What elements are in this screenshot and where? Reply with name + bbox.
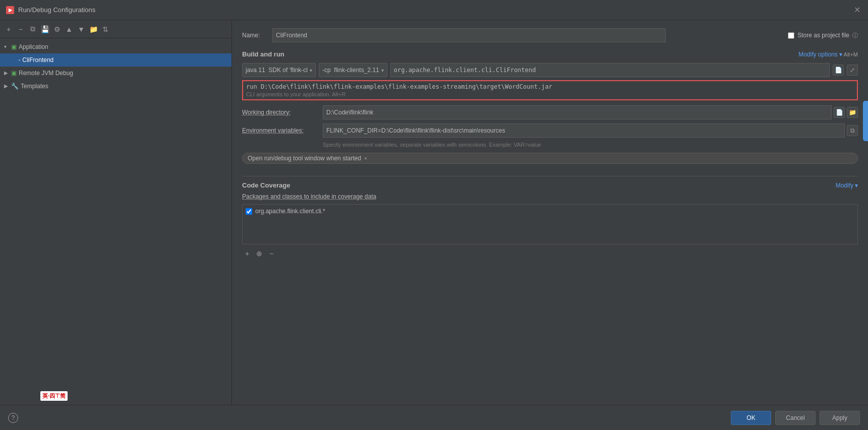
right-panel: Name: Store as project file ⓘ Build and … — [232, 20, 868, 405]
application-label: Application — [19, 43, 48, 50]
working-dir-folder-button[interactable]: 📁 — [847, 107, 858, 118]
dialog-title: Run/Debug Configurations — [18, 6, 854, 14]
program-args-hint: CLI arguments to your application. Alt+R — [246, 91, 854, 97]
coverage-item: org.apache.flink.client.cli.* — [246, 208, 854, 215]
config-tree: ▾ ▣ Application ▪ CliFrontend ▶ ▣ Remote… — [0, 38, 232, 405]
application-group-icon: ▣ — [11, 43, 17, 50]
tree-item-application[interactable]: ▾ ▣ Application — [0, 40, 232, 53]
remotejvm-label: Remote JVM Debug — [19, 70, 73, 77]
bottom-buttons: OK Cancel Apply — [731, 411, 860, 425]
divider — [242, 176, 858, 176]
main-class-expand-button[interactable]: ⤢ — [847, 65, 858, 76]
help-button[interactable]: ? — [8, 413, 18, 423]
dialog-body: + − ⧉ 💾 ⚙ ▲ ▼ 📁 ⇅ ▾ ▣ Application — [0, 20, 868, 405]
cp-dropdown[interactable]: -cp flink-clients_2.11 ▾ — [319, 63, 387, 77]
coverage-modify-arrow: ▾ — [855, 182, 858, 189]
expand-icon: ▾ — [4, 44, 10, 50]
folder-button[interactable]: 📁 — [88, 24, 99, 35]
program-args-input[interactable] — [246, 83, 854, 90]
open-debug-tag-label: Open run/debug tool window when started — [248, 155, 361, 162]
env-vars-hint: Specify environment variables, separate … — [323, 142, 858, 148]
spacer-icon — [11, 57, 17, 63]
coverage-modify-label: Modify — [836, 182, 853, 189]
program-args-box: CLI arguments to your application. Alt+R — [242, 80, 858, 100]
copy-config-button[interactable]: ⧉ — [27, 24, 38, 35]
title-bar: ▶ Run/Debug Configurations ✕ — [0, 0, 868, 20]
open-debug-tag-close[interactable]: × — [364, 155, 367, 161]
working-dir-file-button[interactable]: 📄 — [834, 107, 845, 118]
working-dir-label: Working directory: — [242, 109, 323, 116]
main-class-input[interactable] — [390, 63, 830, 77]
coverage-modify-button[interactable]: Modify ▾ — [836, 182, 858, 189]
coverage-item-checkbox[interactable] — [246, 208, 252, 215]
add-config-button[interactable]: + — [3, 24, 14, 35]
code-coverage-title: Code Coverage — [242, 181, 290, 189]
coverage-add-nested-button[interactable]: ⊕ — [254, 249, 264, 259]
sdk-label: java 11 SDK of 'flink-cl — [246, 67, 308, 74]
modify-options-label: Modify options — [798, 51, 837, 58]
coverage-remove-button[interactable]: − — [266, 249, 276, 259]
tree-item-clifrontend[interactable]: ▪ CliFrontend — [0, 53, 232, 67]
build-run-header: Build and run Modify options ▾ Alt+M — [242, 50, 858, 58]
tree-item-remotejvm[interactable]: ▶ ▣ Remote JVM Debug — [0, 67, 232, 80]
sdk-dropdown-arrow: ▾ — [310, 68, 312, 73]
modify-options-shortcut: Alt+M — [844, 51, 858, 57]
open-debug-tag: Open run/debug tool window when started … — [242, 153, 858, 164]
remotejvm-icon: ▣ — [11, 70, 17, 77]
cp-label: -cp flink-clients_2.11 — [322, 67, 379, 74]
expand-templates-icon: ▶ — [4, 83, 10, 89]
env-vars-wrap: ⧉ — [323, 124, 858, 138]
clifrontend-label: CliFrontend — [22, 56, 53, 64]
working-dir-row: Working directory: 📄 📁 — [242, 105, 858, 119]
code-coverage-header: Code Coverage Modify ▾ — [242, 181, 858, 189]
chevron-down-icon: ▾ — [839, 51, 842, 58]
working-dir-input[interactable] — [323, 105, 832, 119]
close-icon[interactable]: ✕ — [854, 6, 862, 14]
move-down-button[interactable]: ▼ — [76, 24, 87, 35]
sdk-dropdown[interactable]: java 11 SDK of 'flink-cl ▾ — [242, 63, 316, 77]
left-panel: + − ⧉ 💾 ⚙ ▲ ▼ 📁 ⇅ ▾ ▣ Application — [0, 20, 232, 405]
coverage-item-label: org.apache.flink.client.cli.* — [255, 208, 325, 215]
templates-icon: 🔧 — [11, 83, 19, 90]
name-row: Name: Store as project file ⓘ — [242, 28, 858, 42]
env-vars-input[interactable] — [323, 124, 845, 138]
apply-button[interactable]: Apply — [820, 411, 860, 425]
working-dir-wrap: 📄 📁 — [323, 105, 858, 119]
info-icon: ⓘ — [852, 32, 858, 39]
store-project-label: Store as project file — [797, 32, 849, 39]
coverage-toolbar: + ⊕ − — [242, 249, 858, 259]
env-vars-label: Environment variables: — [242, 127, 323, 134]
modify-options-button[interactable]: Modify options ▾ Alt+M — [798, 51, 858, 58]
expand-remote-icon: ▶ — [4, 70, 10, 76]
cp-dropdown-arrow: ▾ — [381, 68, 384, 73]
name-input[interactable] — [272, 28, 666, 42]
bottom-bar: ? OK Cancel Apply — [0, 405, 868, 430]
env-vars-copy-button[interactable]: ⧉ — [847, 125, 858, 136]
coverage-list: org.apache.flink.client.cli.* — [242, 204, 858, 244]
templates-label: Templates — [21, 83, 48, 90]
watermark: 英·四⊤简 — [40, 391, 68, 401]
coverage-add-button[interactable]: + — [242, 249, 252, 259]
packages-label: Packages and classes to include in cover… — [242, 193, 858, 200]
scroll-indicator — [863, 101, 868, 141]
settings-button[interactable]: ⚙ — [51, 24, 63, 35]
remove-config-button[interactable]: − — [15, 24, 26, 35]
store-project-checkbox[interactable] — [788, 32, 794, 39]
build-run-title: Build and run — [242, 50, 284, 58]
move-up-button[interactable]: ▲ — [64, 24, 75, 35]
name-label: Name: — [242, 32, 267, 39]
cancel-button[interactable]: Cancel — [775, 411, 816, 425]
app-icon: ▶ — [6, 6, 14, 14]
sort-button[interactable]: ⇅ — [100, 24, 111, 35]
tree-item-templates[interactable]: ▶ 🔧 Templates — [0, 80, 232, 93]
run-debug-dialog: ▶ Run/Debug Configurations ✕ + − ⧉ 💾 ⚙ ▲… — [0, 0, 868, 430]
watermark-text: 英·四⊤简 — [42, 393, 66, 399]
clifrontend-icon: ▪ — [18, 56, 20, 64]
left-toolbar: + − ⧉ 💾 ⚙ ▲ ▼ 📁 ⇅ — [0, 20, 232, 38]
store-project-section: Store as project file ⓘ — [788, 32, 858, 39]
sdk-row: java 11 SDK of 'flink-cl ▾ -cp flink-cli… — [242, 63, 858, 77]
main-class-browse-button[interactable]: 📄 — [833, 65, 844, 76]
save-config-button[interactable]: 💾 — [39, 24, 50, 35]
env-vars-row: Environment variables: ⧉ — [242, 124, 858, 138]
ok-button[interactable]: OK — [731, 411, 771, 425]
